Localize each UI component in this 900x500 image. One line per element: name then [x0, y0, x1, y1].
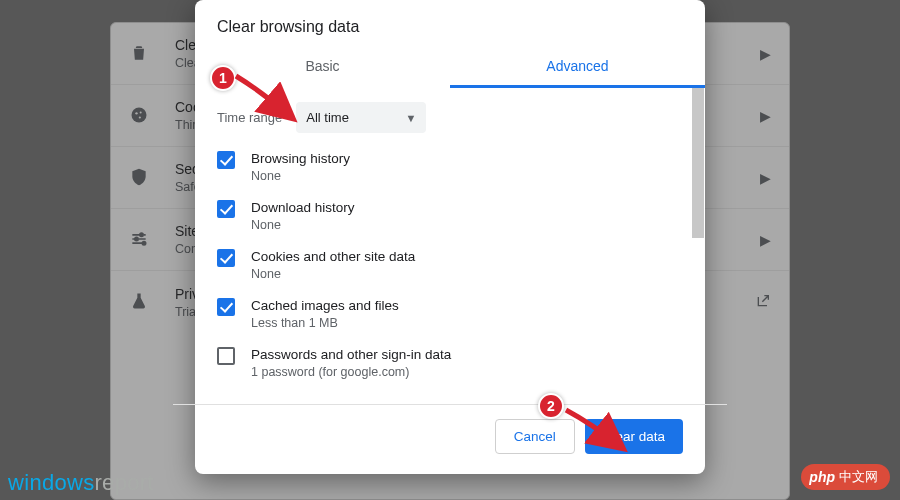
- annotation-step-2: 2: [538, 393, 564, 419]
- annotation-step-1: 1: [210, 65, 236, 91]
- option-cached[interactable]: Cached images and filesLess than 1 MB: [217, 298, 683, 330]
- time-range-value: All time: [306, 110, 349, 125]
- watermark-php: php中文网: [801, 464, 890, 490]
- option-sub: Less than 1 MB: [251, 316, 399, 330]
- scrollbar-track[interactable]: [691, 88, 705, 390]
- checkbox[interactable]: [217, 200, 235, 218]
- option-title: Download history: [251, 200, 355, 215]
- option-title: Cached images and files: [251, 298, 399, 313]
- time-range-label: Time range: [217, 110, 282, 125]
- option-title: Passwords and other sign-in data: [251, 347, 451, 362]
- option-sub: None: [251, 169, 350, 183]
- time-range-select[interactable]: All time ▼: [296, 102, 426, 133]
- scrollbar-thumb[interactable]: [692, 88, 704, 238]
- caret-down-icon: ▼: [405, 112, 416, 124]
- cancel-button[interactable]: Cancel: [495, 419, 575, 454]
- watermark-windowsreport: windowsreport: [8, 470, 154, 496]
- checkbox[interactable]: [217, 347, 235, 365]
- dialog-title: Clear browsing data: [195, 0, 705, 46]
- options-list: Browsing historyNone Download historyNon…: [217, 151, 683, 390]
- tab-bar: Basic Advanced: [195, 46, 705, 88]
- option-title: Browsing history: [251, 151, 350, 166]
- option-title: Cookies and other site data: [251, 249, 415, 264]
- checkbox[interactable]: [217, 298, 235, 316]
- tab-advanced[interactable]: Advanced: [450, 46, 705, 88]
- clear-data-button[interactable]: Clear data: [585, 419, 683, 454]
- clear-browsing-data-dialog: Clear browsing data Basic Advanced Time …: [195, 0, 705, 474]
- option-browsing-history[interactable]: Browsing historyNone: [217, 151, 683, 183]
- checkbox[interactable]: [217, 151, 235, 169]
- option-sub: None: [251, 218, 355, 232]
- checkbox[interactable]: [217, 249, 235, 267]
- option-sub: None: [251, 267, 415, 281]
- option-sub: 1 password (for google.com): [251, 365, 451, 379]
- option-download-history[interactable]: Download historyNone: [217, 200, 683, 232]
- dialog-body: Time range All time ▼ Browsing historyNo…: [195, 88, 705, 390]
- option-cookies[interactable]: Cookies and other site dataNone: [217, 249, 683, 281]
- option-passwords[interactable]: Passwords and other sign-in data1 passwo…: [217, 347, 683, 379]
